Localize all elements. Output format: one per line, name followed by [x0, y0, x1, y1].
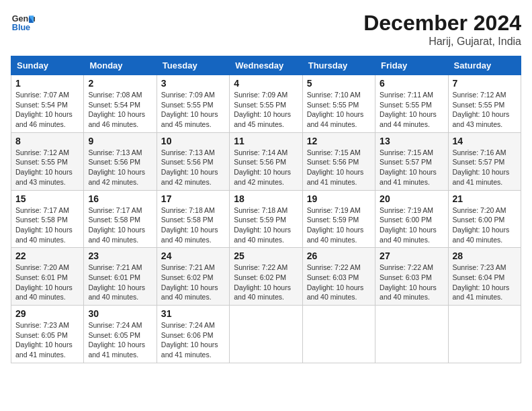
calendar-cell: 1Sunrise: 7:07 AM Sunset: 5:54 PM Daylig… [11, 75, 84, 133]
day-number: 11 [234, 136, 298, 146]
calendar-cell: 15Sunrise: 7:17 AM Sunset: 5:58 PM Dayli… [11, 190, 84, 248]
calendar-cell: 19Sunrise: 7:19 AM Sunset: 5:59 PM Dayli… [302, 190, 375, 248]
day-number: 24 [161, 250, 225, 261]
day-info: Sunrise: 7:17 AM Sunset: 5:58 PM Dayligh… [88, 205, 152, 245]
calendar-header-row: SundayMondayTuesdayWednesdayThursdayFrid… [11, 56, 521, 75]
day-number: 21 [453, 193, 517, 204]
day-number: 25 [234, 250, 298, 261]
day-info: Sunrise: 7:12 AM Sunset: 5:55 PM Dayligh… [453, 90, 517, 130]
day-info: Sunrise: 7:07 AM Sunset: 5:54 PM Dayligh… [15, 90, 79, 130]
calendar-cell: 27Sunrise: 7:22 AM Sunset: 6:03 PM Dayli… [375, 248, 448, 306]
day-number: 20 [380, 193, 443, 204]
calendar-cell: 5Sunrise: 7:10 AM Sunset: 5:55 PM Daylig… [302, 75, 375, 133]
day-info: Sunrise: 7:13 AM Sunset: 5:56 PM Dayligh… [161, 148, 225, 187]
day-info: Sunrise: 7:10 AM Sunset: 5:55 PM Dayligh… [307, 90, 371, 130]
column-header-friday: Friday [375, 56, 448, 75]
day-number: 2 [88, 78, 152, 89]
calendar-cell: 7Sunrise: 7:12 AM Sunset: 5:55 PM Daylig… [448, 75, 521, 133]
calendar-cell: 28Sunrise: 7:23 AM Sunset: 6:04 PM Dayli… [448, 248, 521, 306]
column-header-saturday: Saturday [448, 56, 521, 75]
day-number: 1 [15, 78, 79, 89]
calendar-cell: 17Sunrise: 7:18 AM Sunset: 5:58 PM Dayli… [157, 190, 229, 248]
calendar-cell: 30Sunrise: 7:24 AM Sunset: 6:05 PM Dayli… [84, 306, 157, 363]
calendar-week-row-1: 1Sunrise: 7:07 AM Sunset: 5:54 PM Daylig… [11, 75, 521, 133]
day-info: Sunrise: 7:19 AM Sunset: 5:59 PM Dayligh… [307, 205, 371, 245]
calendar-cell: 16Sunrise: 7:17 AM Sunset: 5:58 PM Dayli… [84, 190, 157, 248]
calendar-cell [230, 306, 302, 363]
calendar-week-row-2: 8Sunrise: 7:12 AM Sunset: 5:55 PM Daylig… [11, 132, 521, 190]
day-info: Sunrise: 7:22 AM Sunset: 6:02 PM Dayligh… [234, 263, 298, 302]
calendar-cell: 24Sunrise: 7:21 AM Sunset: 6:02 PM Dayli… [157, 248, 229, 306]
day-info: Sunrise: 7:16 AM Sunset: 5:57 PM Dayligh… [453, 148, 517, 187]
page-header: General Blue December 2024 Harij, Gujara… [11, 11, 521, 48]
calendar-cell: 23Sunrise: 7:21 AM Sunset: 6:01 PM Dayli… [84, 248, 157, 306]
day-number: 14 [453, 136, 517, 146]
day-number: 27 [380, 250, 443, 261]
day-number: 13 [380, 136, 443, 146]
calendar-table: SundayMondayTuesdayWednesdayThursdayFrid… [11, 56, 521, 363]
day-info: Sunrise: 7:19 AM Sunset: 6:00 PM Dayligh… [380, 205, 443, 245]
day-info: Sunrise: 7:09 AM Sunset: 5:55 PM Dayligh… [234, 90, 298, 130]
day-info: Sunrise: 7:24 AM Sunset: 6:06 PM Dayligh… [161, 320, 225, 360]
day-number: 6 [380, 78, 443, 89]
day-number: 18 [234, 193, 298, 204]
day-number: 4 [234, 78, 298, 89]
title-area: December 2024 Harij, Gujarat, India [363, 11, 521, 48]
logo-icon: General Blue [11, 11, 35, 35]
day-info: Sunrise: 7:13 AM Sunset: 5:56 PM Dayligh… [88, 148, 152, 187]
day-info: Sunrise: 7:18 AM Sunset: 5:59 PM Dayligh… [234, 205, 298, 245]
day-info: Sunrise: 7:11 AM Sunset: 5:55 PM Dayligh… [380, 90, 443, 130]
day-number: 12 [307, 136, 371, 146]
calendar-cell: 10Sunrise: 7:13 AM Sunset: 5:56 PM Dayli… [157, 132, 229, 190]
day-info: Sunrise: 7:23 AM Sunset: 6:04 PM Dayligh… [453, 263, 517, 302]
calendar-cell [448, 306, 521, 363]
day-number: 7 [453, 78, 517, 89]
day-info: Sunrise: 7:21 AM Sunset: 6:02 PM Dayligh… [161, 263, 225, 302]
day-info: Sunrise: 7:20 AM Sunset: 6:00 PM Dayligh… [453, 205, 517, 245]
day-number: 30 [88, 308, 152, 319]
calendar-cell: 13Sunrise: 7:15 AM Sunset: 5:57 PM Dayli… [375, 132, 448, 190]
calendar-cell: 26Sunrise: 7:22 AM Sunset: 6:03 PM Dayli… [302, 248, 375, 306]
day-number: 15 [15, 193, 79, 204]
calendar-week-row-5: 29Sunrise: 7:23 AM Sunset: 6:05 PM Dayli… [11, 306, 521, 363]
calendar-cell: 29Sunrise: 7:23 AM Sunset: 6:05 PM Dayli… [11, 306, 84, 363]
day-number: 23 [88, 250, 152, 261]
day-info: Sunrise: 7:15 AM Sunset: 5:57 PM Dayligh… [380, 148, 443, 187]
calendar-cell: 20Sunrise: 7:19 AM Sunset: 6:00 PM Dayli… [375, 190, 448, 248]
calendar-cell: 31Sunrise: 7:24 AM Sunset: 6:06 PM Dayli… [157, 306, 229, 363]
day-number: 5 [307, 78, 371, 89]
column-header-tuesday: Tuesday [157, 56, 229, 75]
calendar-cell: 21Sunrise: 7:20 AM Sunset: 6:00 PM Dayli… [448, 190, 521, 248]
column-header-thursday: Thursday [302, 56, 375, 75]
calendar-cell: 9Sunrise: 7:13 AM Sunset: 5:56 PM Daylig… [84, 132, 157, 190]
day-number: 29 [15, 308, 79, 319]
column-header-sunday: Sunday [11, 56, 84, 75]
day-info: Sunrise: 7:21 AM Sunset: 6:01 PM Dayligh… [88, 263, 152, 302]
day-info: Sunrise: 7:14 AM Sunset: 5:56 PM Dayligh… [234, 148, 298, 187]
calendar-week-row-3: 15Sunrise: 7:17 AM Sunset: 5:58 PM Dayli… [11, 190, 521, 248]
day-number: 28 [453, 250, 517, 261]
calendar-week-row-4: 22Sunrise: 7:20 AM Sunset: 6:01 PM Dayli… [11, 248, 521, 306]
day-info: Sunrise: 7:22 AM Sunset: 6:03 PM Dayligh… [307, 263, 371, 302]
day-info: Sunrise: 7:12 AM Sunset: 5:55 PM Dayligh… [15, 148, 79, 187]
calendar-cell: 12Sunrise: 7:15 AM Sunset: 5:56 PM Dayli… [302, 132, 375, 190]
calendar-cell: 4Sunrise: 7:09 AM Sunset: 5:55 PM Daylig… [230, 75, 302, 133]
calendar-cell: 18Sunrise: 7:18 AM Sunset: 5:59 PM Dayli… [230, 190, 302, 248]
calendar-cell: 14Sunrise: 7:16 AM Sunset: 5:57 PM Dayli… [448, 132, 521, 190]
calendar-cell [375, 306, 448, 363]
location-title: Harij, Gujarat, India [363, 36, 521, 48]
day-number: 3 [161, 78, 225, 89]
day-info: Sunrise: 7:24 AM Sunset: 6:05 PM Dayligh… [88, 320, 152, 360]
day-number: 17 [161, 193, 225, 204]
calendar-cell: 11Sunrise: 7:14 AM Sunset: 5:56 PM Dayli… [230, 132, 302, 190]
month-title: December 2024 [363, 11, 521, 36]
calendar-cell: 22Sunrise: 7:20 AM Sunset: 6:01 PM Dayli… [11, 248, 84, 306]
day-number: 10 [161, 136, 225, 146]
day-number: 19 [307, 193, 371, 204]
day-number: 16 [88, 193, 152, 204]
day-info: Sunrise: 7:15 AM Sunset: 5:56 PM Dayligh… [307, 148, 371, 187]
day-info: Sunrise: 7:09 AM Sunset: 5:55 PM Dayligh… [161, 90, 225, 130]
logo: General Blue [11, 11, 35, 35]
calendar-cell: 8Sunrise: 7:12 AM Sunset: 5:55 PM Daylig… [11, 132, 84, 190]
calendar-cell: 2Sunrise: 7:08 AM Sunset: 5:54 PM Daylig… [84, 75, 157, 133]
